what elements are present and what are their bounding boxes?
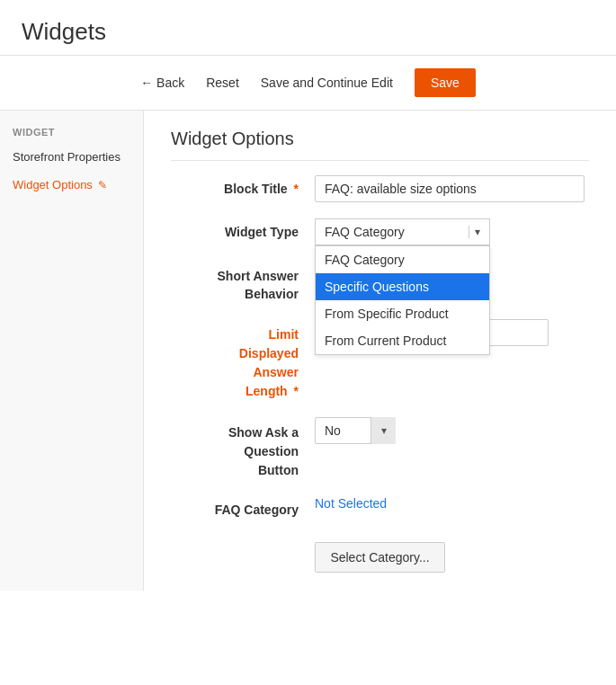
widget-type-arrow (469, 226, 480, 238)
reset-button[interactable]: Reset (206, 76, 239, 90)
widget-type-row: Widget Type FAQ Category FAQ Category Sp… (171, 218, 589, 245)
page-title: Widgets (22, 18, 594, 46)
ask-question-wrap: No Yes (315, 417, 589, 444)
widget-type-wrap: FAQ Category FAQ Category Specific Quest… (315, 218, 589, 245)
sidebar: WIDGET Storefront Properties Widget Opti… (0, 111, 144, 591)
required-indicator: * (294, 182, 299, 196)
sidebar-section-title: WIDGET (0, 120, 143, 143)
dropdown-item-specific-product[interactable]: From Specific Product (316, 300, 489, 327)
block-title-label: Block Title * (171, 175, 315, 196)
sidebar-item-storefront[interactable]: Storefront Properties (0, 143, 143, 171)
widget-type-dropdown: FAQ Category Specific Questions From Spe… (315, 245, 490, 355)
widget-type-select-wrapper[interactable]: FAQ Category FAQ Category Specific Quest… (315, 218, 490, 245)
block-title-wrap (315, 175, 589, 202)
ask-question-label: Show Ask aQuestionButton (171, 417, 315, 480)
faq-category-wrap: Not Selected (315, 496, 589, 511)
ask-question-row: Show Ask aQuestionButton No Yes (171, 417, 589, 480)
block-title-input[interactable] (315, 175, 585, 202)
save-continue-button[interactable]: Save and Continue Edit (261, 76, 393, 90)
faq-category-label: FAQ Category (171, 496, 315, 517)
save-button[interactable]: Save (415, 68, 476, 97)
section-title: Widget Options (171, 129, 589, 161)
sidebar-item-label: Storefront Properties (13, 150, 121, 164)
back-button[interactable]: ← Back (140, 76, 184, 90)
ask-question-select-wrapper[interactable]: No Yes (315, 417, 396, 444)
widget-type-selected: FAQ Category (325, 225, 463, 239)
toolbar: ← Back Reset Save and Continue Edit Save (0, 56, 616, 111)
dropdown-item-faq-category[interactable]: FAQ Category (316, 246, 489, 273)
main-content: Widget Options Block Title * Widget Type (144, 111, 616, 591)
faq-category-value: Not Selected (315, 490, 387, 511)
ask-question-select[interactable]: No Yes (315, 417, 396, 444)
select-category-button[interactable]: Select Category... (315, 542, 444, 573)
short-answer-label: Short AnswerBehavior (171, 262, 315, 303)
limit-label: LimitDisplayedAnswerLength * (171, 319, 315, 401)
required-indicator: * (294, 384, 299, 398)
widget-type-label: Widget Type (171, 218, 315, 239)
sidebar-item-label: Widget Options (13, 178, 93, 191)
edit-icon: ✎ (98, 179, 107, 191)
block-title-row: Block Title * (171, 175, 589, 202)
faq-category-row: FAQ Category Not Selected (171, 496, 589, 517)
sidebar-item-widget-options[interactable]: Widget Options ✎ (0, 171, 143, 199)
dropdown-item-current-product[interactable]: From Current Product (316, 327, 489, 354)
dropdown-item-specific-questions[interactable]: Specific Questions (316, 273, 489, 300)
